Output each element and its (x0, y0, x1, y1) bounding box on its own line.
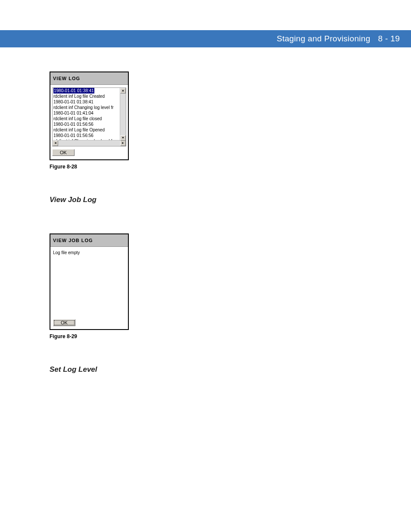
figure-caption: Figure 8-29 (50, 333, 360, 339)
header-page-number: 8 - 19 (378, 34, 400, 44)
log-lines: 1980-01-01 01:38:41 rdclient inf Log fil… (53, 88, 126, 140)
header-title: Staging and Provisioning (277, 34, 370, 44)
log-line: rdclient inf Changing log level fr (53, 105, 114, 110)
log-line: 1980-01-01 01:41:04 (53, 111, 93, 115)
section-heading-set-log-level: Set Log Level (50, 365, 360, 374)
page-header: Staging and Provisioning 8 - 19 (0, 30, 411, 47)
figure-caption: Figure 8-28 (50, 164, 360, 170)
section-heading-view-job-log: View Job Log (50, 196, 360, 204)
log-line: rdclient inf Log file Opened (53, 128, 105, 132)
horizontal-scrollbar[interactable]: ◄ ► (53, 140, 126, 146)
view-log-title: VIEW LOG (50, 72, 128, 85)
log-line: 1980-01-01 01:56:56 (53, 122, 93, 127)
log-line: 1980-01-01 01:38:41 (53, 100, 93, 104)
view-job-log-title: VIEW JOB LOG (50, 234, 128, 247)
view-log-dialog: VIEW LOG 1980-01-01 01:38:41 rdclient in… (50, 72, 129, 160)
log-line: rdclient inf Log file Created (53, 94, 105, 99)
scroll-right-icon[interactable]: ► (120, 140, 126, 146)
scroll-left-icon[interactable]: ◄ (53, 140, 58, 146)
ok-button[interactable]: OK (53, 319, 75, 326)
view-job-log-dialog: VIEW JOB LOG Log file empty OK (50, 233, 129, 330)
log-line: 1980-01-01 01:56:56 (53, 133, 93, 138)
ok-button[interactable]: OK (52, 149, 75, 156)
scroll-down-icon[interactable]: ▼ (120, 135, 126, 141)
log-empty-message: Log file empty (53, 250, 125, 255)
vertical-scrollbar[interactable]: ▲ ▼ (120, 88, 126, 141)
log-line-selected[interactable]: 1980-01-01 01:38:41 (53, 88, 94, 93)
log-textarea[interactable]: 1980-01-01 01:38:41 rdclient inf Log fil… (52, 87, 126, 146)
scroll-up-icon[interactable]: ▲ (120, 88, 126, 93)
log-line: rdclient inf Log file closed (53, 116, 102, 121)
